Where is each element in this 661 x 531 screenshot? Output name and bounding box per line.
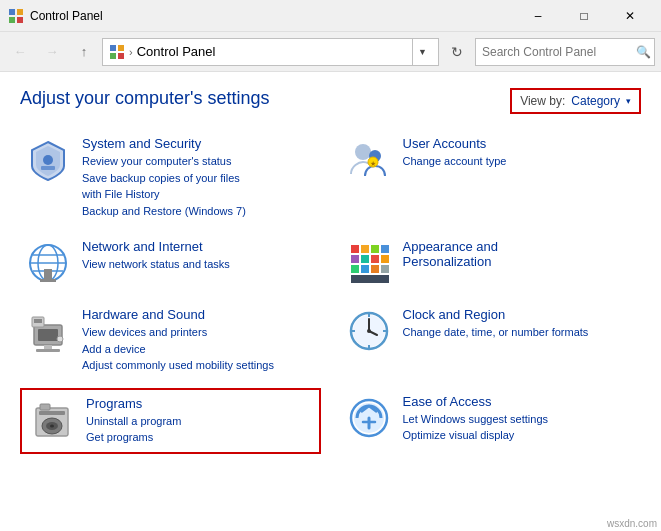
address-bar: ← → ↑ › Control Panel ▼ ↻ 🔍: [0, 32, 661, 72]
ease-link-1[interactable]: Let Windows suggest settings: [403, 411, 638, 428]
svg-rect-33: [351, 275, 389, 283]
svg-point-8: [43, 155, 53, 165]
refresh-button[interactable]: ↻: [443, 38, 471, 66]
category-system-security: System and Security Review your computer…: [20, 130, 321, 225]
svg-rect-55: [40, 404, 50, 410]
programs-link-2[interactable]: Get programs: [86, 429, 313, 446]
system-security-link-1[interactable]: Review your computer's status: [82, 153, 317, 170]
app-icon: [8, 8, 24, 24]
svg-rect-29: [351, 265, 359, 273]
programs-link-1[interactable]: Uninstall a program: [86, 413, 313, 430]
window-controls: – □ ✕: [515, 0, 653, 32]
search-input[interactable]: [482, 45, 632, 59]
appearance-text: Appearance andPersonalization: [403, 239, 638, 271]
programs-text: Programs Uninstall a program Get program…: [86, 396, 313, 446]
svg-rect-25: [351, 255, 359, 263]
appearance-icon: [345, 239, 393, 287]
network-icon: [24, 239, 72, 287]
watermark: wsxdn.com: [607, 518, 657, 529]
breadcrumb-text: Control Panel: [137, 44, 216, 59]
svg-rect-19: [44, 269, 52, 279]
svg-point-54: [50, 424, 54, 427]
svg-rect-37: [34, 319, 42, 323]
svg-rect-22: [361, 245, 369, 253]
svg-rect-1: [17, 9, 23, 15]
hardware-link-1[interactable]: View devices and printers: [82, 324, 317, 341]
category-appearance: Appearance andPersonalization: [341, 233, 642, 293]
category-network: Network and Internet View network status…: [20, 233, 321, 293]
svg-rect-35: [38, 329, 58, 341]
hardware-link-2[interactable]: Add a device: [82, 341, 317, 358]
user-accounts-icon: ★: [345, 136, 393, 184]
minimize-button[interactable]: –: [515, 0, 561, 32]
ease-link-2[interactable]: Optimize visual display: [403, 427, 638, 444]
close-button[interactable]: ✕: [607, 0, 653, 32]
ease-icon: [345, 394, 393, 442]
svg-rect-24: [381, 245, 389, 253]
category-user-accounts: ★ User Accounts Change account type: [341, 130, 642, 225]
svg-rect-23: [371, 245, 379, 253]
maximize-button[interactable]: □: [561, 0, 607, 32]
categories-grid: System and Security Review your computer…: [20, 130, 641, 454]
svg-point-38: [57, 336, 63, 342]
system-security-icon: [24, 136, 72, 184]
svg-rect-30: [361, 265, 369, 273]
category-clock: Clock and Region Change date, time, or n…: [341, 301, 642, 380]
network-text: Network and Internet View network status…: [82, 239, 317, 273]
svg-point-45: [367, 329, 371, 333]
clock-name[interactable]: Clock and Region: [403, 307, 638, 322]
breadcrumb-icon: [109, 44, 125, 60]
view-by-label: View by:: [520, 94, 565, 108]
svg-rect-2: [9, 17, 15, 23]
forward-button[interactable]: →: [38, 38, 66, 66]
svg-rect-20: [40, 279, 56, 282]
svg-rect-6: [110, 53, 116, 59]
category-programs: Programs Uninstall a program Get program…: [20, 388, 321, 454]
view-by-box[interactable]: View by: Category ▾: [510, 88, 641, 114]
programs-name[interactable]: Programs: [86, 396, 313, 411]
address-dropdown-button[interactable]: ▼: [412, 38, 432, 66]
category-hardware: Hardware and Sound View devices and prin…: [20, 301, 321, 380]
network-name[interactable]: Network and Internet: [82, 239, 317, 254]
ease-name[interactable]: Ease of Access: [403, 394, 638, 409]
network-link-1[interactable]: View network status and tasks: [82, 256, 317, 273]
user-accounts-link-1[interactable]: Change account type: [403, 153, 638, 170]
svg-rect-32: [381, 265, 389, 273]
system-security-link-2[interactable]: Save backup copies of your fileswith Fil…: [82, 170, 317, 203]
system-security-name[interactable]: System and Security: [82, 136, 317, 151]
address-box[interactable]: › Control Panel ▼: [102, 38, 439, 66]
clock-icon: [345, 307, 393, 355]
svg-point-10: [355, 144, 371, 160]
clock-link-1[interactable]: Change date, time, or number formats: [403, 324, 638, 341]
search-icon[interactable]: 🔍: [636, 45, 651, 59]
up-button[interactable]: ↑: [70, 38, 98, 66]
hardware-name[interactable]: Hardware and Sound: [82, 307, 317, 322]
svg-rect-51: [39, 411, 65, 415]
page-header: Adjust your computer's settings View by:…: [20, 88, 641, 114]
svg-rect-27: [371, 255, 379, 263]
system-security-link-3[interactable]: Backup and Restore (Windows 7): [82, 203, 317, 220]
svg-rect-9: [41, 166, 55, 170]
svg-rect-28: [381, 255, 389, 263]
svg-rect-7: [118, 53, 124, 59]
view-by-arrow: ▾: [626, 96, 631, 106]
user-accounts-text: User Accounts Change account type: [403, 136, 638, 170]
user-accounts-name[interactable]: User Accounts: [403, 136, 638, 151]
svg-rect-40: [36, 349, 60, 352]
search-box[interactable]: 🔍: [475, 38, 655, 66]
clock-text: Clock and Region Change date, time, or n…: [403, 307, 638, 341]
hardware-text: Hardware and Sound View devices and prin…: [82, 307, 317, 374]
hardware-icon: [24, 307, 72, 355]
programs-icon: [28, 396, 76, 444]
svg-rect-4: [110, 45, 116, 51]
back-button[interactable]: ←: [6, 38, 34, 66]
svg-rect-21: [351, 245, 359, 253]
appearance-name[interactable]: Appearance andPersonalization: [403, 239, 638, 269]
svg-rect-5: [118, 45, 124, 51]
page-title: Adjust your computer's settings: [20, 88, 270, 109]
view-by-value[interactable]: Category: [571, 94, 620, 108]
hardware-link-3[interactable]: Adjust commonly used mobility settings: [82, 357, 317, 374]
svg-rect-26: [361, 255, 369, 263]
category-ease: Ease of Access Let Windows suggest setti…: [341, 388, 642, 454]
main-content: Adjust your computer's settings View by:…: [0, 72, 661, 531]
